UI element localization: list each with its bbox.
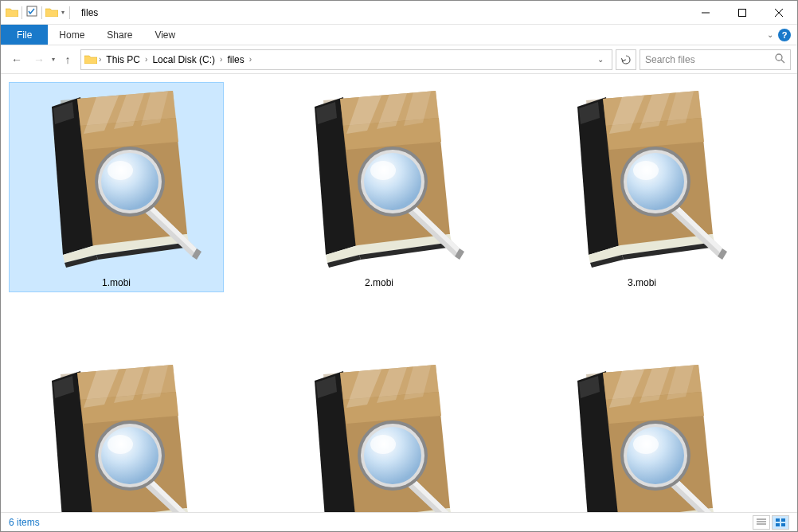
file-item[interactable]: 1.mobi bbox=[9, 82, 224, 292]
refresh-button[interactable] bbox=[616, 49, 636, 70]
qat-separator bbox=[22, 6, 22, 19]
svg-rect-12 bbox=[776, 523, 780, 526]
file-item[interactable]: 3.mobi bbox=[534, 82, 749, 292]
thumbnails-view-toggle[interactable] bbox=[772, 515, 789, 530]
title-bar: ▾ files bbox=[1, 1, 797, 25]
history-dropdown-icon[interactable]: ▾ bbox=[52, 56, 55, 63]
up-button[interactable]: ↑ bbox=[58, 50, 77, 69]
qat-dropdown-icon[interactable]: ▾ bbox=[60, 9, 66, 16]
qat-separator-3 bbox=[69, 6, 70, 19]
search-input[interactable] bbox=[645, 54, 769, 65]
tab-view[interactable]: View bbox=[143, 25, 186, 45]
address-bar[interactable]: › This PC › Local Disk (C:) › files › ⌄ bbox=[80, 49, 612, 70]
crumb-chevron-icon[interactable]: › bbox=[99, 55, 101, 64]
mobi-book-icon bbox=[288, 360, 471, 512]
file-item[interactable]: 4.mobi bbox=[9, 356, 224, 512]
crumb-local-disk[interactable]: Local Disk (C:) bbox=[149, 54, 218, 65]
file-pane[interactable]: 1.mobi2.mobi3.mobi4.mobi5.mobi6.mobi bbox=[1, 74, 797, 512]
mobi-book-icon bbox=[25, 360, 208, 512]
svg-rect-2 bbox=[739, 9, 746, 16]
mobi-book-icon bbox=[550, 86, 733, 272]
properties-qat-icon[interactable] bbox=[25, 5, 38, 21]
crumb-chevron-icon[interactable]: › bbox=[220, 55, 222, 64]
tab-share[interactable]: Share bbox=[96, 25, 143, 45]
back-button[interactable]: ← bbox=[7, 50, 26, 69]
crumb-chevron-icon[interactable]: › bbox=[249, 55, 252, 64]
close-button[interactable] bbox=[761, 1, 797, 25]
file-item[interactable]: 2.mobi bbox=[272, 82, 487, 292]
mobi-book-icon bbox=[550, 360, 733, 512]
svg-line-6 bbox=[781, 60, 784, 63]
qat-separator-2 bbox=[41, 6, 42, 19]
file-name-label: 3.mobi bbox=[628, 277, 656, 288]
forward-button[interactable]: → bbox=[29, 50, 49, 69]
navigation-bar: ← → ▾ ↑ › This PC › Local Disk (C:) › fi… bbox=[1, 45, 797, 74]
file-tab[interactable]: File bbox=[1, 25, 48, 45]
search-box[interactable] bbox=[640, 49, 791, 70]
status-bar: 6 items bbox=[1, 512, 797, 531]
expand-ribbon-icon[interactable]: ⌄ bbox=[767, 30, 773, 39]
window-title: files bbox=[75, 7, 98, 18]
drive-icon bbox=[84, 53, 97, 67]
file-item[interactable]: 5.mobi bbox=[272, 356, 487, 512]
mobi-book-icon bbox=[288, 86, 471, 272]
maximize-button[interactable] bbox=[724, 1, 761, 25]
svg-rect-13 bbox=[781, 523, 785, 526]
folder-yellow-icon[interactable] bbox=[45, 6, 58, 20]
help-icon[interactable]: ? bbox=[778, 29, 791, 41]
file-item[interactable]: 6.mobi bbox=[534, 356, 749, 512]
mobi-book-icon bbox=[25, 86, 208, 272]
details-view-toggle[interactable] bbox=[753, 515, 770, 530]
item-count: 6 items bbox=[9, 517, 40, 528]
crumb-this-pc[interactable]: This PC bbox=[103, 54, 143, 65]
crumb-files[interactable]: files bbox=[224, 54, 247, 65]
window-controls bbox=[687, 1, 797, 25]
svg-rect-11 bbox=[781, 518, 785, 522]
file-name-label: 1.mobi bbox=[102, 277, 131, 288]
svg-point-5 bbox=[776, 54, 782, 61]
minimize-button[interactable] bbox=[687, 1, 724, 25]
tab-home[interactable]: Home bbox=[48, 25, 96, 45]
ribbon: File Home Share View ⌄ ? bbox=[1, 25, 797, 45]
address-dropdown-icon[interactable]: ⌄ bbox=[593, 55, 608, 64]
search-icon[interactable] bbox=[774, 53, 785, 67]
file-name-label: 2.mobi bbox=[365, 277, 393, 288]
crumb-chevron-icon[interactable]: › bbox=[145, 55, 147, 64]
folder-icon bbox=[6, 6, 18, 20]
svg-rect-10 bbox=[776, 518, 780, 522]
